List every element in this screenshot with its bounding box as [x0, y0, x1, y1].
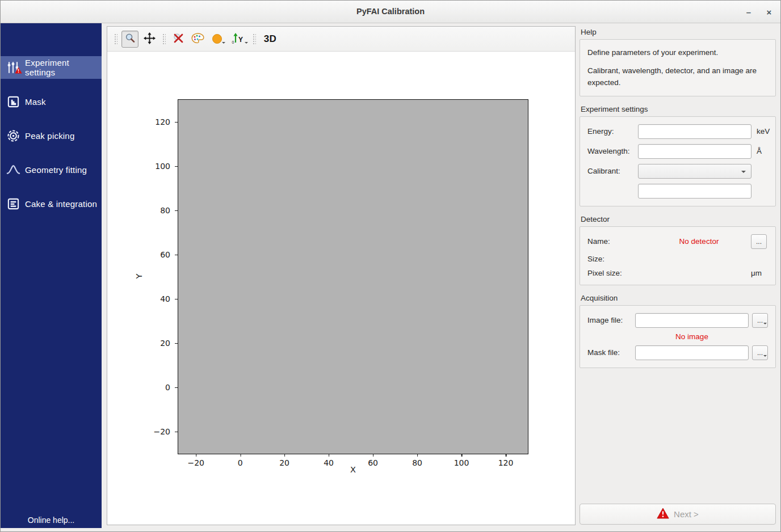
- close-icon: ×: [767, 7, 772, 17]
- geometry-fitting-icon: [6, 162, 20, 177]
- sidebar-item-mask[interactable]: Mask: [1, 90, 102, 113]
- titlebar: PyFAI Calibration – ×: [1, 1, 780, 23]
- y-tick-label: 80: [160, 206, 170, 215]
- 3d-mode-button[interactable]: 3D: [260, 31, 280, 48]
- sidebar-item-cake-integration[interactable]: Cake & integration: [1, 192, 102, 215]
- pan-arrows-icon: [144, 32, 156, 46]
- warning-icon: [657, 508, 669, 521]
- experiment-settings-icon: [6, 60, 20, 75]
- help-text-line2: Calibrant, wavelength, detector, and an …: [587, 65, 768, 88]
- peak-picking-icon: [6, 128, 20, 143]
- 3d-icon: 3D: [264, 33, 277, 45]
- reset-zoom-button[interactable]: [170, 31, 187, 48]
- energy-unit: keV: [751, 127, 770, 136]
- calibrant-select[interactable]: [638, 164, 751, 179]
- sidebar-item-label: Cake & integration: [25, 199, 97, 209]
- help-box: Define parameters of your experiment. Ca…: [580, 39, 776, 96]
- mask-file-browse-button[interactable]: ...: [752, 345, 768, 360]
- mask-file-field[interactable]: [635, 345, 749, 360]
- next-button[interactable]: Next >: [580, 504, 776, 525]
- detector-group-title: Detector: [581, 215, 776, 223]
- wavelength-label: Wavelength:: [587, 147, 638, 155]
- close-button[interactable]: ×: [762, 5, 776, 19]
- keep-aspect-ratio-button[interactable]: [208, 31, 225, 48]
- y-axis-label: Y: [135, 274, 144, 279]
- zoom-reset-red-x-icon: [173, 32, 184, 46]
- minimize-icon: –: [746, 7, 751, 17]
- svg-text:Y: Y: [238, 36, 243, 44]
- y-tick-label: 60: [160, 250, 170, 259]
- detector-name-label: Name:: [587, 237, 647, 246]
- pan-mode-button[interactable]: [141, 31, 158, 48]
- energy-field[interactable]: [638, 124, 751, 139]
- experiment-settings-box: Energy: keV Wavelength: Å Calibrant:: [580, 116, 776, 206]
- plot-axes[interactable]: −20020406080100120 −20020406080100120: [178, 99, 528, 454]
- settings-panel: Help Define parameters of your experimen…: [580, 28, 776, 525]
- toolbar-grip[interactable]: [114, 33, 117, 45]
- sidebar-item-label: Mask: [25, 97, 46, 107]
- toolbar-grip[interactable]: [252, 33, 256, 45]
- window-body: Experiment settings Mask: [1, 23, 780, 532]
- colormap-button[interactable]: [189, 31, 206, 48]
- y-tick-label: 40: [160, 294, 170, 303]
- y-axis-arrow-icon: Y 0: [231, 32, 245, 46]
- sidebar-item-experiment-settings[interactable]: Experiment settings: [1, 56, 102, 79]
- sidebar-item-label: Peak picking: [25, 131, 74, 141]
- calibrant-label: Calibrant:: [587, 167, 638, 175]
- toolbar-grip[interactable]: [162, 33, 166, 45]
- y-tick-label: 120: [155, 117, 170, 126]
- minimize-button[interactable]: –: [742, 5, 755, 19]
- acquisition-box: Image file: ... No image Mask file: ...: [580, 305, 776, 368]
- online-help-link[interactable]: Online help...: [1, 516, 102, 525]
- plot-panel: Y 0 3D −20020406080100120 −2002040608010…: [107, 26, 576, 525]
- detector-size-label: Size:: [587, 255, 647, 263]
- sidebar: Experiment settings Mask: [1, 23, 102, 528]
- x-axis-label: X: [178, 465, 528, 474]
- ellipsis-icon: ...: [757, 349, 763, 357]
- app-window: PyFAI Calibration – × Experim: [0, 0, 781, 532]
- orange-circle-icon: [212, 34, 222, 44]
- zoom-mode-button[interactable]: [121, 31, 138, 48]
- y-tick-label: 100: [155, 162, 170, 171]
- image-file-browse-button[interactable]: ...: [752, 313, 768, 328]
- help-group-title: Help: [581, 28, 776, 36]
- window-title: PyFAI Calibration: [1, 7, 780, 16]
- energy-label: Energy:: [587, 127, 638, 136]
- experiment-settings-group-title: Experiment settings: [581, 105, 776, 113]
- image-file-label: Image file:: [587, 316, 635, 324]
- help-text-line1: Define parameters of your experiment.: [587, 47, 768, 58]
- ellipsis-icon: ...: [757, 316, 763, 324]
- sidebar-item-geometry-fitting[interactable]: Geometry fitting: [1, 158, 102, 181]
- pixel-size-unit: μm: [751, 269, 768, 277]
- image-status: No image: [635, 332, 749, 341]
- y-tick-label: −20: [153, 427, 170, 436]
- y-axis-orientation-button[interactable]: Y 0: [228, 31, 248, 48]
- plot-canvas: −20020406080100120 −20020406080100120 X …: [107, 52, 575, 525]
- next-button-label: Next >: [674, 509, 699, 519]
- svg-text:0: 0: [232, 40, 234, 44]
- acquisition-group-title: Acquisition: [581, 294, 776, 302]
- palette-icon: [191, 33, 204, 45]
- sidebar-item-label: Geometry fitting: [25, 165, 87, 175]
- detector-browse-button[interactable]: ...: [751, 234, 767, 249]
- y-tick-label: 0: [165, 383, 170, 392]
- mask-icon: [6, 94, 20, 109]
- wavelength-field[interactable]: [638, 144, 751, 159]
- detector-name-status: No detector: [647, 237, 751, 246]
- cake-integration-icon: [6, 196, 20, 211]
- plot-toolbar: Y 0 3D: [107, 27, 575, 52]
- warning-icon: [15, 66, 22, 76]
- sidebar-item-label: Experiment settings: [25, 58, 102, 77]
- magnifier-icon: [125, 33, 136, 45]
- sidebar-item-peak-picking[interactable]: Peak picking: [1, 124, 102, 147]
- image-file-field[interactable]: [635, 313, 749, 328]
- wavelength-unit: Å: [751, 147, 768, 155]
- chevron-down-icon: [741, 171, 746, 175]
- detector-pixel-size-label: Pixel size:: [587, 269, 647, 277]
- ellipsis-icon: ...: [756, 238, 762, 246]
- calibrant-file-field[interactable]: [638, 184, 751, 199]
- mask-file-label: Mask file:: [587, 348, 635, 357]
- detector-box: Name: No detector ... Size: Pixel size: …: [580, 226, 776, 285]
- y-tick-label: 20: [160, 339, 170, 348]
